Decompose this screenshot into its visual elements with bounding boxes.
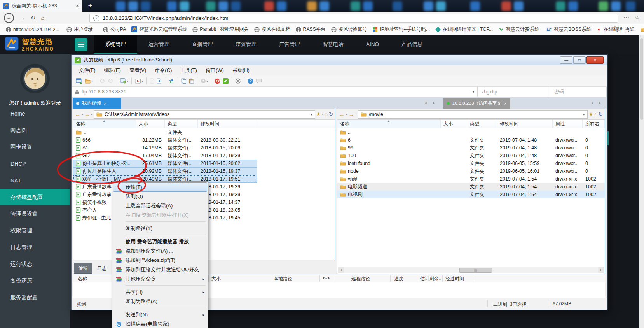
nav-back-dropdown-icon[interactable]: ▾ <box>346 112 347 116</box>
xftp-app-button[interactable] <box>222 77 230 85</box>
local-session-tab[interactable]: 我的视频 × <box>73 98 121 109</box>
home-dir-icon[interactable]: ⌂ <box>594 111 597 117</box>
address-dropdown-icon[interactable]: ▾ <box>472 90 477 94</box>
minimize-button[interactable]: — <box>560 56 572 64</box>
context-menu-item[interactable]: 发送到(N)▸ <box>113 310 207 319</box>
nav-item-5[interactable]: 广告管理 <box>268 35 311 54</box>
bookmark-item[interactable]: 公司PA <box>100 26 129 33</box>
column-header-2[interactable]: 大小 <box>441 120 467 128</box>
forward-button[interactable]: → <box>19 15 25 21</box>
file-row[interactable]: 电影频道文件夹2019-07-04, 1:54drwxr-xr-x1002 <box>337 183 605 191</box>
home-button[interactable]: ⌂ <box>41 15 45 21</box>
bookmark-item[interactable]: 智慧光迅云端管理系统 <box>129 26 190 33</box>
transfer-column-header[interactable]: 经过时间 <box>445 275 464 282</box>
file-row[interactable]: node文件夹2019-06-05, 16:01drwxrwxr...0 <box>337 167 605 175</box>
remote-tab-close-icon[interactable]: × <box>504 101 507 106</box>
sidebar-item-1[interactable]: Home <box>0 105 70 122</box>
bookmark-item[interactable]: IP地址查询--手机号码... <box>370 26 432 33</box>
context-menu-item[interactable]: 其他压缩命令▸ <box>113 274 207 284</box>
reconnect-button[interactable] <box>106 77 115 84</box>
scroll-thumb[interactable]: ||| <box>459 268 492 273</box>
context-menu-item[interactable]: 添加到压缩文件(A) ... <box>113 246 207 256</box>
copy-button[interactable] <box>180 77 188 84</box>
bookmark-item[interactable]: https://120.24.194.2... <box>3 27 62 32</box>
dropdown-caret-icon[interactable]: ▾ <box>127 79 128 83</box>
file-row[interactable]: 66631.23MB媒体文件(...2018-09-30, 22:21 <box>73 136 335 144</box>
local-tab-close-icon[interactable]: × <box>104 101 106 106</box>
refresh-icon[interactable]: ↻ <box>329 111 333 117</box>
back-button[interactable]: ← <box>4 13 14 23</box>
session-properties-button[interactable]: ▾ <box>119 77 129 84</box>
password-field[interactable]: 密码 <box>550 87 607 97</box>
context-menu-item[interactable]: 添加到压缩文件并发送给QQ好友 <box>113 265 207 274</box>
nav-item-7[interactable]: AINO <box>355 35 390 54</box>
favorites-icon[interactable]: ★ <box>589 111 593 117</box>
nav-back-icon[interactable]: ← <box>75 111 80 118</box>
transfer-tab-2[interactable]: 日志 <box>93 264 111 274</box>
context-menu-item[interactable]: 复制为路径(A) <box>113 297 207 306</box>
file-row[interactable]: A114.19MB媒体文件(...2018-01-15, 20:09 <box>73 144 335 152</box>
nav-back-dropdown-icon[interactable]: ▾ <box>82 112 83 116</box>
username-field[interactable]: zhgxftp <box>478 87 550 97</box>
xshell-button[interactable] <box>213 77 222 85</box>
file-row[interactable]: 动漫文件夹2019-07-04, 1:54drwxr-xr-x1002 <box>337 175 605 183</box>
sidebar-item-10[interactable]: 运行状态 <box>0 256 70 272</box>
reload-button[interactable]: ↻ <box>31 15 36 21</box>
remote-session-tab[interactable]: 10.8.8.233（访问共享文件） × <box>443 98 510 109</box>
menu-7[interactable]: 帮助(H) <box>228 67 254 74</box>
sync-browsing-button[interactable] <box>167 78 176 84</box>
context-menu-item[interactable]: 共享(H)▸ <box>113 288 207 297</box>
column-header-1[interactable]: 名称▲ <box>73 120 136 128</box>
transfer-column-header[interactable]: <-> <box>323 275 330 281</box>
nav-forward-icon[interactable]: → <box>84 111 90 118</box>
sidebar-item-12[interactable]: 服务器配置 <box>0 289 70 306</box>
bookmark-item[interactable]: 智慧云计费系统 <box>496 26 542 33</box>
tab-scroll-right2-icon[interactable]: ▸ <box>599 100 604 105</box>
column-header-4[interactable]: 修改时间 <box>497 120 553 128</box>
open-folder-button[interactable]: ▾ <box>84 78 94 84</box>
close-button[interactable]: × <box>586 56 604 64</box>
url-bar[interactable]: i 10.8.8.233/ZHGXTV/index.php/admin/inde… <box>89 14 618 23</box>
nav-back-icon[interactable]: ← <box>339 111 345 118</box>
remote-path-dropdown-icon[interactable]: ▾ <box>583 112 585 116</box>
local-path-dropdown-icon[interactable]: ▾ <box>311 112 312 116</box>
sidebar-item-4[interactable]: DHCP <box>0 155 70 172</box>
file-row[interactable]: 你不是真正的快乐-邓...25.61MB媒体文件(...2018-01-15, … <box>73 160 335 167</box>
bookmark-item[interactable]: 凌风转换账号 <box>328 26 370 33</box>
help-button[interactable]: ? <box>246 77 255 85</box>
sidebar-item-9[interactable]: 日志管理 <box>0 239 70 256</box>
file-row[interactable]: .. <box>337 128 605 136</box>
transfer-column-header[interactable]: 速度 <box>394 275 403 282</box>
menu-3[interactable]: 查看(V) <box>125 67 150 74</box>
remote-horizontal-scrollbar[interactable]: ◂ ||| ▸ <box>338 267 604 273</box>
transfer-column-header[interactable]: 名称 <box>78 275 87 282</box>
open-with-player-button[interactable]: ▾ <box>134 78 144 84</box>
context-menu-item[interactable]: 扫描病毒(电脑管家) <box>113 319 207 328</box>
local-path-field[interactable]: C:\Users\Administrator\Videos ▾ <box>94 110 315 119</box>
context-menu-item[interactable]: 传输(T) <box>113 182 207 192</box>
tab-close-icon[interactable]: × <box>76 3 79 9</box>
menu-4[interactable]: 命令(C) <box>150 67 176 74</box>
file-row[interactable]: 电视剧文件夹2019-07-04, 1:54drwxr-xr-x1002 <box>337 191 605 198</box>
bookmark-item[interactable]: SD <box>638 27 644 32</box>
sidebar-item-6[interactable]: 存储磁盘配置 <box>0 189 70 205</box>
file-row[interactable]: GD17.04MB媒体文件(...2018-01-17, 19:39 <box>73 152 335 160</box>
scroll-right-icon[interactable]: ▸ <box>598 267 604 273</box>
context-menu-item[interactable]: 复制路径(Y) <box>113 224 207 233</box>
page-scrollbar[interactable] <box>639 35 644 328</box>
column-header-4[interactable]: 修改时间 <box>198 120 257 128</box>
nav-item-2[interactable]: 运营管理 <box>137 35 181 54</box>
bookmark-star-icon[interactable]: ☆ <box>635 14 640 21</box>
transfer-file-button[interactable] <box>155 77 163 84</box>
sidebar-item-8[interactable]: 权限管理 <box>0 222 70 239</box>
maximize-button[interactable]: □ <box>573 56 586 64</box>
column-header-2[interactable]: 大小 <box>136 120 165 128</box>
file-row[interactable]: ..文件夹 <box>73 128 335 136</box>
refresh-icon[interactable]: ↻ <box>599 111 603 117</box>
sidebar-item-7[interactable]: 管理员设置 <box>0 205 70 222</box>
nav-item-6[interactable]: 智慧电话 <box>311 35 355 54</box>
permissions-button[interactable]: ▾ <box>199 77 209 84</box>
new-file-button[interactable] <box>148 77 155 84</box>
favorites-icon[interactable]: ★ <box>316 111 321 117</box>
sidebar-toggle-button[interactable] <box>75 38 87 51</box>
